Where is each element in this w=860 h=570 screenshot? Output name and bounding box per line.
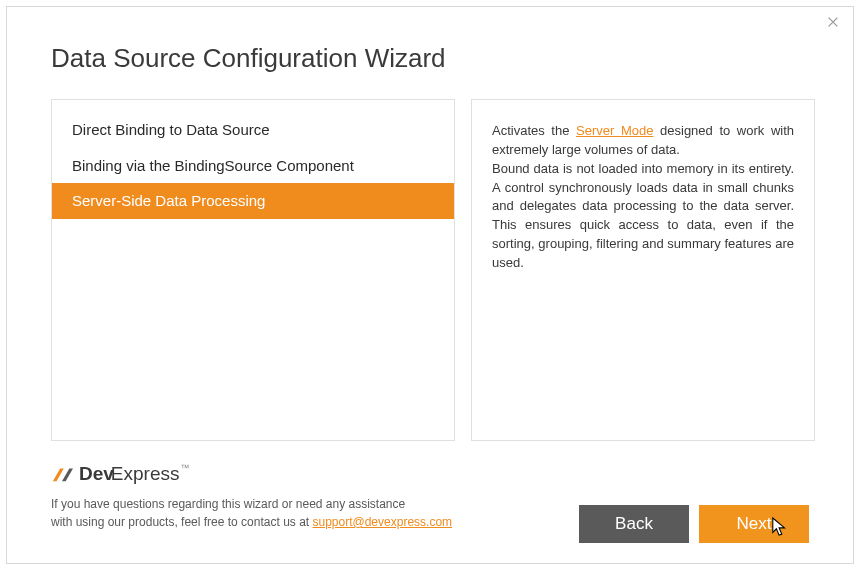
back-button[interactable]: Back — [579, 505, 689, 543]
description-panel: Activates the Server Mode designed to wo… — [471, 99, 815, 441]
option-server-side[interactable]: Server-Side Data Processing — [52, 183, 454, 219]
footer: DevExpress™ If you have questions regard… — [51, 463, 809, 543]
footer-line2: with using our products, feel free to co… — [51, 515, 312, 529]
close-icon[interactable] — [825, 15, 841, 31]
logo: DevExpress™ — [51, 463, 809, 485]
devexpress-logo-icon — [51, 463, 73, 485]
support-email-link[interactable]: support@devexpress.com — [312, 515, 452, 529]
footer-line1: If you have questions regarding this wiz… — [51, 497, 405, 511]
next-button[interactable]: Next — [699, 505, 809, 543]
button-row: Back Next — [579, 505, 809, 543]
logo-text-dev: Dev — [79, 463, 114, 484]
logo-tm: ™ — [181, 463, 190, 473]
description-text: Activates the Server Mode designed to wo… — [492, 122, 794, 273]
server-mode-link[interactable]: Server Mode — [576, 123, 653, 138]
page-title: Data Source Configuration Wizard — [51, 43, 446, 74]
option-direct-binding[interactable]: Direct Binding to Data Source — [52, 112, 454, 148]
option-bindingsource[interactable]: Binding via the BindingSource Component — [52, 148, 454, 184]
logo-text: DevExpress™ — [79, 463, 190, 485]
desc-part: Activates the — [492, 123, 576, 138]
desc-part: Bound data is not loaded into memory in … — [492, 161, 794, 270]
wizard-window: Data Source Configuration Wizard Direct … — [6, 6, 854, 564]
logo-text-express: Express — [111, 463, 180, 484]
options-panel: Direct Binding to Data Source Binding vi… — [51, 99, 455, 441]
